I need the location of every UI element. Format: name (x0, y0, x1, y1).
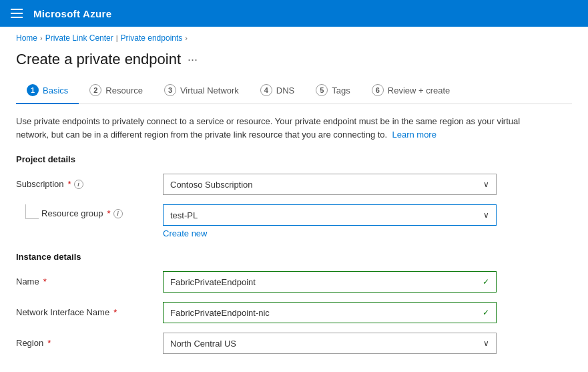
region-chevron-icon: ∨ (483, 339, 489, 348)
nic-label: Network Interface Name * (16, 302, 163, 317)
tab-basics[interactable]: 1 Basics (16, 79, 79, 104)
name-required: * (43, 276, 47, 287)
content-area: Use private endpoints to privately conne… (0, 104, 588, 372)
subscription-chevron-icon: ∨ (483, 180, 489, 189)
region-select[interactable]: North Central US ∨ (163, 333, 497, 354)
nic-check-icon: ✓ (483, 308, 489, 317)
breadcrumb-sep-2: | (116, 34, 118, 42)
indent-line (25, 204, 39, 219)
nic-row: Network Interface Name * FabricPrivateEn… (16, 302, 572, 323)
subscription-row: Subscription * i Contoso Subscription ∨ (16, 174, 572, 195)
tab-label-tags: Tags (332, 85, 350, 96)
instance-details-heading: Instance details (16, 252, 572, 262)
tab-num-dns: 4 (260, 84, 272, 96)
app-title: Microsoft Azure (33, 8, 111, 19)
tab-num-resource: 2 (89, 84, 101, 96)
breadcrumb-home[interactable]: Home (16, 33, 37, 43)
tab-label-basics: Basics (43, 85, 68, 96)
tab-num-basics: 1 (27, 84, 39, 96)
nic-required: * (113, 307, 117, 317)
name-control: FabricPrivateEndpoint ✓ (163, 271, 497, 293)
name-input[interactable]: FabricPrivateEndpoint ✓ (163, 271, 497, 293)
page-header: Create a private endpoint ··· (0, 45, 588, 79)
tab-dns[interactable]: 4 DNS (250, 79, 305, 104)
nic-input[interactable]: FabricPrivateEndpoint-nic ✓ (163, 302, 497, 323)
subscription-label: Subscription * i (16, 174, 163, 189)
tab-num-tags: 5 (316, 84, 328, 96)
region-label: Region * (16, 333, 163, 348)
subscription-select[interactable]: Contoso Subscription ∨ (163, 174, 497, 195)
tab-virtual-network[interactable]: 3 Virtual Network (154, 79, 250, 104)
create-new-link[interactable]: Create new (163, 228, 207, 238)
resource-group-select-wrapper: test-PL ∨ (163, 204, 497, 226)
tab-num-vnet: 3 (164, 84, 176, 96)
resource-group-required: * (107, 208, 111, 218)
name-row: Name * FabricPrivateEndpoint ✓ (16, 271, 572, 293)
breadcrumb-sep-1: › (40, 34, 43, 42)
info-text: Use private endpoints to privately conne… (16, 115, 537, 141)
resource-group-select[interactable]: test-PL ∨ (163, 204, 497, 226)
topbar: Microsoft Azure (0, 0, 588, 27)
resource-group-chevron-icon: ∨ (483, 210, 489, 220)
breadcrumb-sep-3: › (185, 34, 188, 42)
project-details-heading: Project details (16, 154, 572, 164)
resource-group-control: test-PL ∨ Create new (163, 204, 497, 238)
tab-resource[interactable]: 2 Resource (79, 79, 154, 104)
hamburger-menu[interactable] (11, 9, 23, 18)
resource-group-row: Resource group * i test-PL ∨ Create new (16, 204, 572, 238)
name-check-icon: ✓ (483, 277, 489, 287)
region-row: Region * North Central US ∨ (16, 333, 572, 354)
page-options-button[interactable]: ··· (188, 53, 198, 67)
region-select-wrapper: North Central US ∨ (163, 333, 497, 354)
page-title: Create a private endpoint (16, 51, 181, 68)
resource-group-info-icon[interactable]: i (113, 209, 123, 218)
subscription-required: * (68, 179, 71, 189)
tab-label-resource: Resource (105, 85, 143, 96)
nic-control: FabricPrivateEndpoint-nic ✓ (163, 302, 497, 323)
subscription-info-icon[interactable]: i (74, 180, 83, 189)
subscription-control: Contoso Subscription ∨ (163, 174, 497, 195)
breadcrumb: Home › Private Link Center | Private end… (0, 27, 588, 45)
tab-label-review: Review + create (388, 85, 451, 96)
tab-label-dns: DNS (276, 85, 294, 96)
breadcrumb-private-endpoints[interactable]: Private endpoints (121, 33, 183, 43)
region-required: * (47, 338, 51, 348)
name-label: Name * (16, 271, 163, 287)
tab-review-create[interactable]: 6 Review + create (361, 79, 461, 104)
wizard-tabs: 1 Basics 2 Resource 3 Virtual Network 4 … (16, 79, 572, 104)
tab-label-vnet: Virtual Network (180, 85, 239, 96)
subscription-select-wrapper: Contoso Subscription ∨ (163, 174, 497, 195)
name-select-wrapper: FabricPrivateEndpoint ✓ (163, 271, 497, 293)
tab-num-review: 6 (372, 84, 384, 96)
region-control: North Central US ∨ (163, 333, 497, 354)
tab-tags[interactable]: 5 Tags (305, 79, 360, 104)
breadcrumb-link-center[interactable]: Private Link Center (45, 33, 113, 43)
nic-select-wrapper: FabricPrivateEndpoint-nic ✓ (163, 302, 497, 323)
learn-more-link[interactable]: Learn more (392, 130, 436, 140)
